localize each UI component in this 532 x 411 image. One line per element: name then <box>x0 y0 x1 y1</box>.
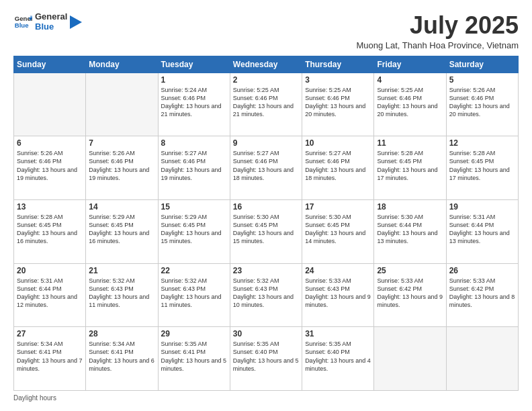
calendar-cell: 20Sunrise: 5:31 AM Sunset: 6:44 PM Dayli… <box>14 263 86 327</box>
calendar-cell: 2Sunrise: 5:25 AM Sunset: 6:46 PM Daylig… <box>230 73 302 136</box>
day-number: 13 <box>17 202 83 212</box>
cell-info: Sunrise: 5:33 AM Sunset: 6:42 PM Dayligh… <box>377 277 443 310</box>
day-number: 14 <box>89 202 154 212</box>
header-monday: Monday <box>86 56 158 73</box>
calendar-cell: 9Sunrise: 5:27 AM Sunset: 6:46 PM Daylig… <box>230 136 302 200</box>
cell-info: Sunrise: 5:35 AM Sunset: 6:40 PM Dayligh… <box>233 340 299 373</box>
day-number: 26 <box>449 266 515 275</box>
calendar-cell <box>374 327 446 391</box>
calendar-cell: 27Sunrise: 5:34 AM Sunset: 6:41 PM Dayli… <box>14 327 86 391</box>
day-number: 22 <box>161 266 227 275</box>
header-tuesday: Tuesday <box>158 56 230 73</box>
logo-general: General <box>35 12 67 22</box>
calendar-cell: 3Sunrise: 5:25 AM Sunset: 6:46 PM Daylig… <box>302 73 374 136</box>
calendar-table: SundayMondayTuesdayWednesdayThursdayFrid… <box>13 56 519 391</box>
week-row-5: 27Sunrise: 5:34 AM Sunset: 6:41 PM Dayli… <box>14 327 519 391</box>
subtitle: Muong Lat, Thanh Hoa Province, Vietnam <box>356 40 519 50</box>
cell-info: Sunrise: 5:32 AM Sunset: 6:43 PM Dayligh… <box>89 277 154 310</box>
cell-info: Sunrise: 5:27 AM Sunset: 6:46 PM Dayligh… <box>161 149 227 182</box>
day-number: 11 <box>377 138 443 148</box>
cell-info: Sunrise: 5:30 AM Sunset: 6:44 PM Dayligh… <box>377 213 443 246</box>
header-thursday: Thursday <box>302 56 374 73</box>
calendar-cell: 17Sunrise: 5:30 AM Sunset: 6:45 PM Dayli… <box>302 199 374 263</box>
month-title: July 2025 <box>356 12 519 39</box>
cell-info: Sunrise: 5:28 AM Sunset: 6:45 PM Dayligh… <box>377 149 443 182</box>
cell-info: Sunrise: 5:25 AM Sunset: 6:46 PM Dayligh… <box>233 86 299 119</box>
calendar-cell: 6Sunrise: 5:26 AM Sunset: 6:46 PM Daylig… <box>14 136 86 200</box>
logo-icon: General Blue <box>13 13 32 32</box>
day-number: 4 <box>377 75 443 85</box>
day-number: 17 <box>305 202 371 212</box>
day-number: 24 <box>305 266 371 275</box>
day-number: 28 <box>89 329 154 338</box>
calendar-cell: 5Sunrise: 5:26 AM Sunset: 6:46 PM Daylig… <box>446 73 518 136</box>
day-number: 21 <box>89 266 154 275</box>
calendar-cell: 28Sunrise: 5:34 AM Sunset: 6:41 PM Dayli… <box>86 327 158 391</box>
page: General Blue General Blue July 2025 Muon… <box>0 0 532 411</box>
day-number: 15 <box>161 202 227 212</box>
cell-info: Sunrise: 5:33 AM Sunset: 6:42 PM Dayligh… <box>449 277 515 310</box>
calendar-cell: 12Sunrise: 5:28 AM Sunset: 6:45 PM Dayli… <box>446 136 518 200</box>
week-row-4: 20Sunrise: 5:31 AM Sunset: 6:44 PM Dayli… <box>14 263 519 327</box>
day-number: 29 <box>161 329 227 338</box>
calendar-cell: 7Sunrise: 5:26 AM Sunset: 6:46 PM Daylig… <box>86 136 158 200</box>
header-saturday: Saturday <box>446 56 518 73</box>
cell-info: Sunrise: 5:29 AM Sunset: 6:45 PM Dayligh… <box>89 213 154 246</box>
footer-note: Daylight hours <box>13 394 519 402</box>
day-number: 19 <box>449 202 515 212</box>
cell-info: Sunrise: 5:35 AM Sunset: 6:41 PM Dayligh… <box>161 340 227 373</box>
cell-info: Sunrise: 5:31 AM Sunset: 6:44 PM Dayligh… <box>17 277 83 310</box>
calendar-cell: 1Sunrise: 5:24 AM Sunset: 6:46 PM Daylig… <box>158 73 230 136</box>
day-number: 30 <box>233 329 299 338</box>
calendar-cell: 26Sunrise: 5:33 AM Sunset: 6:42 PM Dayli… <box>446 263 518 327</box>
day-number: 12 <box>449 138 515 148</box>
cell-info: Sunrise: 5:28 AM Sunset: 6:45 PM Dayligh… <box>17 213 83 246</box>
cell-info: Sunrise: 5:29 AM Sunset: 6:45 PM Dayligh… <box>161 213 227 246</box>
day-number: 20 <box>17 266 83 275</box>
day-number: 10 <box>305 138 371 148</box>
cell-info: Sunrise: 5:34 AM Sunset: 6:41 PM Dayligh… <box>89 340 154 373</box>
day-number: 18 <box>377 202 443 212</box>
calendar-cell <box>86 73 158 136</box>
svg-text:Blue: Blue <box>15 21 29 29</box>
cell-info: Sunrise: 5:35 AM Sunset: 6:40 PM Dayligh… <box>305 340 371 373</box>
day-number: 7 <box>89 138 154 148</box>
cell-info: Sunrise: 5:33 AM Sunset: 6:43 PM Dayligh… <box>305 277 371 310</box>
header-wednesday: Wednesday <box>230 56 302 73</box>
cell-info: Sunrise: 5:31 AM Sunset: 6:44 PM Dayligh… <box>449 213 515 246</box>
cell-info: Sunrise: 5:28 AM Sunset: 6:45 PM Dayligh… <box>449 149 515 182</box>
calendar-header-row: SundayMondayTuesdayWednesdayThursdayFrid… <box>14 56 519 73</box>
cell-info: Sunrise: 5:32 AM Sunset: 6:43 PM Dayligh… <box>233 277 299 310</box>
cell-info: Sunrise: 5:30 AM Sunset: 6:45 PM Dayligh… <box>305 213 371 246</box>
calendar-cell: 13Sunrise: 5:28 AM Sunset: 6:45 PM Dayli… <box>14 199 86 263</box>
header-friday: Friday <box>374 56 446 73</box>
calendar-cell: 14Sunrise: 5:29 AM Sunset: 6:45 PM Dayli… <box>86 199 158 263</box>
week-row-3: 13Sunrise: 5:28 AM Sunset: 6:45 PM Dayli… <box>14 199 519 263</box>
week-row-2: 6Sunrise: 5:26 AM Sunset: 6:46 PM Daylig… <box>14 136 519 200</box>
title-block: July 2025 Muong Lat, Thanh Hoa Province,… <box>356 12 519 50</box>
cell-info: Sunrise: 5:26 AM Sunset: 6:46 PM Dayligh… <box>17 149 83 182</box>
week-row-1: 1Sunrise: 5:24 AM Sunset: 6:46 PM Daylig… <box>14 73 519 136</box>
cell-info: Sunrise: 5:26 AM Sunset: 6:46 PM Dayligh… <box>449 86 515 119</box>
calendar-cell: 18Sunrise: 5:30 AM Sunset: 6:44 PM Dayli… <box>374 199 446 263</box>
day-number: 8 <box>161 138 227 148</box>
day-number: 31 <box>305 329 371 338</box>
svg-marker-4 <box>70 15 82 29</box>
calendar-cell: 10Sunrise: 5:27 AM Sunset: 6:46 PM Dayli… <box>302 136 374 200</box>
cell-info: Sunrise: 5:27 AM Sunset: 6:46 PM Dayligh… <box>233 149 299 182</box>
day-number: 25 <box>377 266 443 275</box>
day-number: 27 <box>17 329 83 338</box>
calendar-cell: 24Sunrise: 5:33 AM Sunset: 6:43 PM Dayli… <box>302 263 374 327</box>
logo-arrow-icon <box>70 15 82 29</box>
cell-info: Sunrise: 5:24 AM Sunset: 6:46 PM Dayligh… <box>161 86 227 119</box>
calendar-cell: 15Sunrise: 5:29 AM Sunset: 6:45 PM Dayli… <box>158 199 230 263</box>
calendar-cell <box>446 327 518 391</box>
calendar-cell: 11Sunrise: 5:28 AM Sunset: 6:45 PM Dayli… <box>374 136 446 200</box>
cell-info: Sunrise: 5:30 AM Sunset: 6:45 PM Dayligh… <box>233 213 299 246</box>
cell-info: Sunrise: 5:26 AM Sunset: 6:46 PM Dayligh… <box>89 149 154 182</box>
day-number: 23 <box>233 266 299 275</box>
calendar-cell: 4Sunrise: 5:25 AM Sunset: 6:46 PM Daylig… <box>374 73 446 136</box>
calendar-cell: 30Sunrise: 5:35 AM Sunset: 6:40 PM Dayli… <box>230 327 302 391</box>
calendar-cell: 22Sunrise: 5:32 AM Sunset: 6:43 PM Dayli… <box>158 263 230 327</box>
calendar-cell: 19Sunrise: 5:31 AM Sunset: 6:44 PM Dayli… <box>446 199 518 263</box>
